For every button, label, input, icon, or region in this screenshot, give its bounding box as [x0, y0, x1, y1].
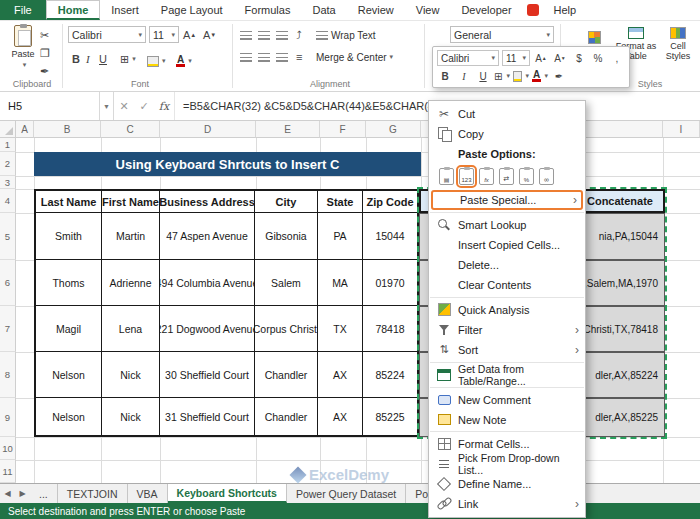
table-cell[interactable]: AX: [318, 352, 363, 398]
font-color-button[interactable]: A▾: [176, 53, 192, 69]
row-header-6[interactable]: 6: [0, 260, 16, 306]
paste-link-icon[interactable]: [539, 168, 554, 185]
mini-borders-button[interactable]: ⊞▾: [494, 68, 510, 84]
table-cell[interactable]: TX: [318, 306, 363, 352]
italic-button[interactable]: I: [86, 51, 90, 67]
sheet-tab-textjoin[interactable]: TEXTJOIN: [58, 484, 128, 503]
bold-button[interactable]: B: [72, 51, 80, 67]
table-cell[interactable]: 31 Sheffield Court: [160, 398, 255, 435]
copy-button[interactable]: ❐: [40, 45, 50, 61]
table-cell[interactable]: Chandler: [255, 398, 318, 435]
tab-formulas[interactable]: Formulas: [234, 0, 302, 20]
row-header-11[interactable]: 11: [0, 460, 16, 483]
column-header-e[interactable]: E: [256, 121, 320, 138]
align-center-button[interactable]: [258, 49, 270, 65]
sheet-tab-more[interactable]: ...: [30, 484, 58, 503]
table-cell[interactable]: 15044: [363, 213, 417, 260]
menu-item-pick-from-list[interactable]: Pick From Drop-down List...: [429, 454, 585, 474]
table-cell[interactable]: 85224: [363, 352, 417, 398]
table-cell[interactable]: Chandler: [255, 352, 318, 398]
number-format-combo[interactable]: General▾: [450, 26, 554, 43]
menu-item-new-comment[interactable]: New Comment: [429, 390, 585, 410]
column-header-a[interactable]: A: [16, 121, 34, 138]
mini-fill-color-button[interactable]: ▾: [513, 68, 529, 84]
column-header-d[interactable]: D: [160, 121, 256, 138]
row-header-7[interactable]: 7: [0, 306, 16, 352]
row-header-5[interactable]: 5: [0, 213, 16, 260]
menu-item-link[interactable]: Link›: [429, 494, 585, 514]
table-cell[interactable]: Adrienne: [102, 260, 160, 306]
table-cell[interactable]: Magil: [36, 306, 102, 352]
cut-button[interactable]: ✂: [40, 27, 49, 43]
font-name-combo[interactable]: Calibri▾: [68, 26, 146, 43]
menu-item-sort[interactable]: Sort›: [429, 340, 585, 360]
mini-format-painter-button[interactable]: ✒: [551, 68, 567, 84]
menu-item-new-note[interactable]: New Note: [429, 410, 585, 430]
mini-accounting-button[interactable]: $: [571, 50, 587, 66]
align-top-button[interactable]: [240, 27, 252, 43]
row-header-8[interactable]: 8: [0, 352, 16, 398]
orientation-button[interactable]: ⤴: [296, 27, 302, 43]
table-cell[interactable]: 78418: [363, 306, 417, 352]
menu-item-quick-analysis[interactable]: Quick Analysis: [429, 300, 585, 320]
align-bottom-button[interactable]: [276, 27, 288, 43]
name-box-dropdown[interactable]: ▼: [100, 92, 114, 120]
sheet-tab-keyboard-shortcuts[interactable]: Keyboard Shortcuts: [168, 484, 287, 503]
cancel-icon[interactable]: ✕: [114, 92, 134, 120]
tab-view[interactable]: View: [405, 0, 451, 20]
table-cell[interactable]: 85225: [363, 398, 417, 435]
tab-page-layout[interactable]: Page Layout: [150, 0, 234, 20]
table-cell[interactable]: Nelson: [36, 352, 102, 398]
mini-underline-button[interactable]: U: [475, 68, 491, 84]
table-cell[interactable]: 494 Columbia Avenue: [160, 260, 255, 306]
select-all-button[interactable]: [0, 121, 16, 138]
column-header-g[interactable]: G: [366, 121, 421, 138]
merge-center-button[interactable]: Merge & Center▾: [316, 49, 393, 65]
title-banner-cell[interactable]: Using Keyboard Shrtcuts to Insert C: [34, 152, 421, 176]
paste-values-icon[interactable]: [459, 168, 474, 185]
table-cell[interactable]: 221 Dogwood Avenue: [160, 306, 255, 352]
cell-styles-button[interactable]: Cell Styles: [658, 27, 698, 61]
sheet-tab-power-query-dataset[interactable]: Power Query Dataset: [287, 484, 406, 503]
row-header-2[interactable]: 2: [0, 152, 16, 176]
table-cell[interactable]: Smith: [36, 213, 102, 260]
table-cell[interactable]: MA: [318, 260, 363, 306]
table-cell[interactable]: Nelson: [36, 398, 102, 435]
mini-font-name-combo[interactable]: Calibri▾: [437, 50, 499, 66]
row-header-1[interactable]: 1: [0, 138, 16, 152]
font-size-combo[interactable]: 11▾: [149, 26, 179, 43]
align-right-button[interactable]: [276, 49, 288, 65]
sheet-nav-right-icon[interactable]: ▶: [15, 484, 30, 503]
menu-item-define-name[interactable]: Define Name...: [429, 474, 585, 494]
table-cell[interactable]: Corpus Christi: [255, 306, 318, 352]
menu-item-cut[interactable]: Cut: [429, 104, 585, 124]
underline-button[interactable]: U: [99, 51, 107, 67]
format-painter-button[interactable]: ✒: [40, 63, 49, 79]
conditional-formatting-button[interactable]: [588, 29, 601, 45]
insert-function-icon[interactable]: fx: [154, 92, 174, 120]
paste-formatting-icon[interactable]: [519, 168, 534, 185]
menu-item-get-data[interactable]: Get Data from Table/Range...: [429, 365, 585, 385]
menu-item-clear-contents[interactable]: Clear Contents: [429, 275, 585, 295]
tab-home[interactable]: Home: [46, 0, 101, 20]
increase-font-button[interactable]: A▲: [183, 27, 196, 43]
sheet-nav-left-icon[interactable]: ◀: [0, 484, 15, 503]
table-cell[interactable]: Lena: [102, 306, 160, 352]
paste-formulas-icon[interactable]: [479, 168, 494, 185]
sheet-tab-vba[interactable]: VBA: [128, 484, 168, 503]
tab-file[interactable]: File: [0, 0, 46, 20]
row-header-3[interactable]: 3: [0, 176, 16, 189]
menu-item-filter[interactable]: Filter›: [429, 320, 585, 340]
menu-item-paste-special[interactable]: Paste Special...›: [431, 190, 583, 211]
borders-button[interactable]: ⊞▾: [120, 51, 136, 67]
tab-review[interactable]: Review: [347, 0, 405, 20]
table-cell[interactable]: 30 Sheffield Court: [160, 352, 255, 398]
table-header-cell[interactable]: Last Name: [36, 191, 102, 213]
table-header-cell[interactable]: City: [255, 191, 318, 213]
wrap-text-button[interactable]: Wrap Text: [316, 27, 376, 43]
tab-help[interactable]: Help: [543, 0, 588, 20]
table-header-cell[interactable]: State: [318, 191, 363, 213]
table-header-cell[interactable]: Business Address: [160, 191, 255, 213]
row-header-4[interactable]: 4: [0, 189, 16, 213]
indent-button[interactable]: ≡: [296, 49, 302, 65]
